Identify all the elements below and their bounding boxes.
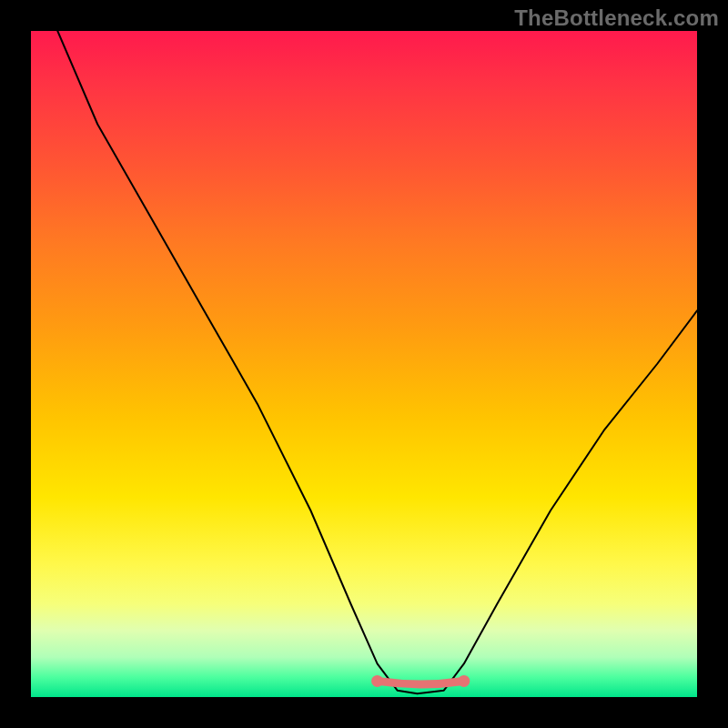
curve-layer (31, 31, 697, 697)
bottleneck-curve-line (57, 31, 697, 693)
svg-point-1 (458, 675, 470, 687)
svg-point-0 (371, 675, 383, 687)
watermark-text: TheBottleneck.com (514, 5, 719, 31)
chart-frame: TheBottleneck.com (0, 0, 728, 728)
plot-area (31, 31, 697, 697)
